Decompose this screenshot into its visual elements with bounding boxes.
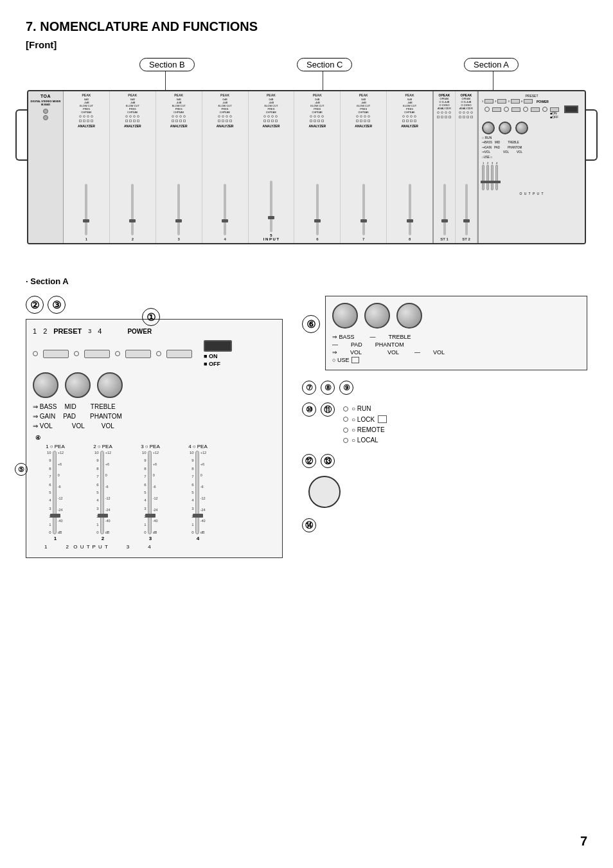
r-pad-label: PAD xyxy=(351,341,362,348)
channel-strip-1: PEAK 0dB -4dB ELOW CUT PRES CHPEAK xyxy=(64,91,110,243)
ch1-fader-area xyxy=(85,129,87,237)
vol-label-1: VOL xyxy=(40,422,53,429)
led-3 xyxy=(115,351,120,356)
num-9: ⑨ xyxy=(339,381,353,395)
preset-btn-p2 xyxy=(497,99,506,104)
logo-knob xyxy=(43,109,48,114)
panel-box: TOA DIGITAL STEREO MIXER M-864D PEAK 0dB… xyxy=(27,90,586,244)
lock-checkbox xyxy=(378,415,387,423)
ch1-analyzer-label: ANALYZER xyxy=(78,124,95,128)
preset-subscript: 3 xyxy=(88,328,91,334)
logo-knob2 xyxy=(43,115,48,120)
ch1-fader-track xyxy=(85,184,87,235)
r-bass-label: BASS xyxy=(339,334,355,340)
num-5: ⑤ xyxy=(15,463,28,476)
off-label: ■ OFF xyxy=(204,361,220,367)
treble-label: TREBLE xyxy=(91,403,116,410)
num-14: ⑭ xyxy=(302,518,316,532)
connector-line-a xyxy=(493,71,493,91)
st-channels-area: OPEAK OPEAK O G-4dB O CHNO ANALYZER xyxy=(434,91,479,243)
output-label-row: 1 2 O U T P U T 3 4 xyxy=(44,544,276,550)
on-label: ■ ON xyxy=(204,353,217,359)
lock-led xyxy=(343,417,348,422)
panel-knob-3 xyxy=(515,122,528,134)
ch1-sq xyxy=(83,120,85,122)
section-a-detail: · Section A ② ③ ① 1 2 PRESET 3 xyxy=(26,276,587,558)
r-vol-label-2: VOL xyxy=(387,349,399,356)
run-indicator: ○ RUN xyxy=(482,136,582,140)
st2-strip: OPEAK OPEAK O G-4dB O CHNO ANALYZER xyxy=(456,91,477,243)
logo-area: TOA DIGITAL STEREO MIXER M-864D xyxy=(28,91,64,243)
section6-box: ⇒ BASS — TREBLE — PAD PHANTOM ⇒ VOL VOL … xyxy=(325,296,587,370)
ch1-dot xyxy=(87,115,89,118)
ch1-dot xyxy=(79,115,82,118)
num-13: ⑬ xyxy=(321,454,335,468)
preset-btn-2 xyxy=(84,350,110,358)
channel-strip-4: PEAK 0dB -4dB ELOW CUT PRES CHPEAK xyxy=(202,91,249,243)
st1-strip: OPEAK OPEAK O G-4dB O CHNO ANALYZER xyxy=(434,91,456,243)
preset-num-4: 4 xyxy=(98,327,102,335)
on-off-label: ■ON■OFF xyxy=(550,111,582,119)
ch1-fader-handle xyxy=(83,219,89,222)
preset-btn-p1 xyxy=(484,99,493,104)
ch1-chpeak: CHPEAK xyxy=(81,111,91,114)
vol-label-2: VOL xyxy=(72,422,85,429)
preset-num-1: 1 xyxy=(33,327,37,335)
connector-line-c xyxy=(323,71,323,91)
phantom-label: PHANTOM xyxy=(90,413,122,420)
page-title: 7. NOMENCLATURE AND FUNCTIONS xyxy=(26,19,587,34)
r-vol-label: VOL xyxy=(350,349,362,356)
led-2 xyxy=(74,351,79,356)
power-display-detail xyxy=(204,340,232,352)
num-2: ② xyxy=(26,296,44,314)
num-10: ⑩ xyxy=(302,402,316,417)
page-number: 7 xyxy=(580,834,587,849)
logo-subtitle: DIGITAL STEREO MIXER M-864D xyxy=(30,100,62,106)
num-8: ⑧ xyxy=(321,381,335,395)
num-11: ⑪ xyxy=(321,402,335,417)
ch1-sq xyxy=(79,120,82,122)
remote-led xyxy=(343,428,348,433)
output-panel-label: O U T P U T xyxy=(482,192,582,195)
ch1-sq xyxy=(87,120,89,122)
power-detail-label: POWER xyxy=(127,328,152,335)
section-c-label: Section C xyxy=(297,58,352,71)
panel-knob-2 xyxy=(499,122,511,134)
channel-strip-7: PEAK 0dB -4dB ELOW CUT PRES CHPEAK xyxy=(341,91,387,243)
num-6: ⑥ xyxy=(302,315,320,333)
mid-label: MID xyxy=(64,403,76,410)
gain-label: GAIN xyxy=(40,413,55,420)
run-label-detail: ○ RUN xyxy=(351,405,371,412)
left-bracket xyxy=(15,109,27,161)
num-1: ① xyxy=(142,308,160,326)
local-led xyxy=(343,438,348,443)
preset-num-2: 2 xyxy=(43,327,47,335)
pad-label: PAD xyxy=(63,413,76,420)
remote-label-detail: ○ REMOTE xyxy=(351,426,385,433)
ch1-dot xyxy=(91,115,93,118)
vol-label-3: VOL xyxy=(102,422,114,429)
lock-label-detail: ○ LOCK xyxy=(351,416,375,423)
section-a-title: · Section A xyxy=(26,276,587,286)
right-bracket xyxy=(586,109,598,161)
channel-strip-2: PEAK 0dB -4dB ELOW CUT PRES CHPEAK xyxy=(110,91,156,243)
channel-strip-6: PEAK 0dB -4dB ELOW CUT PRES CHPEAK xyxy=(294,91,341,243)
ch1-dot xyxy=(83,115,85,118)
r-treble-label: TREBLE xyxy=(389,334,411,340)
bass-label: BASS xyxy=(40,403,57,410)
num-3: ③ xyxy=(48,296,66,314)
r-knob-1 xyxy=(332,303,358,329)
r-phantom-label: PHANTOM xyxy=(375,341,404,348)
run-led xyxy=(343,406,348,411)
connector-line-b xyxy=(165,71,166,91)
preset-btn-1 xyxy=(43,350,69,358)
section-a-panel: PRESET 1 2 3 4 POWER xyxy=(479,91,585,243)
r-use-label: ○ USE xyxy=(332,357,349,363)
preset-btn-4 xyxy=(166,350,192,358)
preset-btn-3 xyxy=(125,350,151,358)
num-4-label: ④ xyxy=(35,435,276,441)
knob-bass xyxy=(33,372,58,398)
panel-knob-1 xyxy=(482,122,495,134)
front-subtitle: [Front] xyxy=(26,39,587,50)
channel-strip-5: PEAK 0dB -4dB ELOW CUT PRES CHPEAK xyxy=(249,91,295,243)
